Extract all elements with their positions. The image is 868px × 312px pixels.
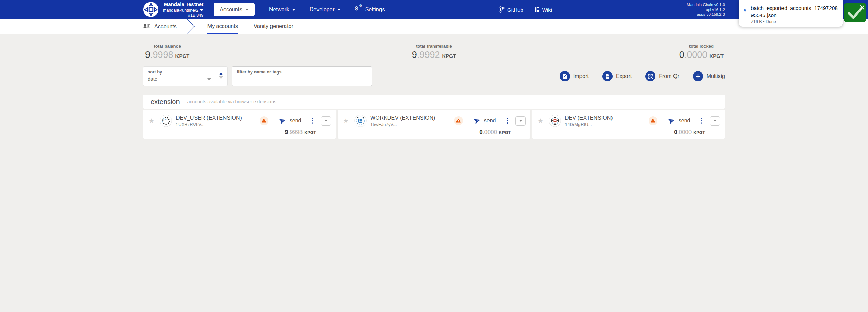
github-link[interactable]: GitHub	[499, 6, 523, 13]
sort-direction-toggle[interactable]	[219, 72, 223, 79]
account-identicon[interactable]	[549, 115, 561, 127]
chevron-down-icon	[245, 9, 249, 11]
account-identicon[interactable]	[354, 115, 367, 127]
expand-row-button[interactable]	[321, 116, 331, 126]
total-locked: total locked 0.0000KPGT	[679, 44, 724, 61]
chevron-down-icon	[713, 120, 717, 122]
account-menu-button[interactable]	[506, 117, 510, 125]
breadcrumb-chevron-icon	[186, 19, 196, 34]
export-button[interactable]: Export	[602, 71, 632, 81]
chevron-down-icon	[337, 9, 341, 11]
multisig-button[interactable]: Multisig	[693, 71, 725, 81]
sort-by-label: sort by	[148, 69, 223, 75]
account-address: 14DrMgRtU...	[565, 122, 613, 127]
send-button[interactable]: send	[279, 117, 301, 124]
account-menu-button[interactable]	[311, 117, 315, 125]
nav-menu-accounts[interactable]: Accounts	[214, 3, 255, 16]
section-subtitle: accounts available via browser extension…	[187, 99, 276, 104]
account-balance: 0.0000KPGT	[343, 129, 526, 136]
account-name: DEV (EXTENSION)	[565, 115, 613, 121]
sort-asc-icon	[219, 72, 223, 75]
tab-vanity-generator[interactable]: Vanity generator	[254, 19, 293, 34]
api-version: api v16.1.2	[687, 7, 725, 12]
book-icon	[535, 7, 540, 12]
plus-icon	[693, 71, 703, 81]
chevron-down-icon	[292, 9, 295, 11]
warning-badge[interactable]	[454, 116, 463, 125]
mandala-logo-icon	[143, 2, 159, 17]
expand-row-button[interactable]	[515, 116, 526, 126]
download-complete-badge[interactable]	[844, 3, 866, 22]
top-nav-bar: Mandala Testnet mandala-runtime/2 #18,84…	[0, 0, 868, 19]
account-balance: 9.9998KPGT	[149, 129, 331, 136]
git-branch-icon	[499, 6, 505, 13]
best-block-number: #18,849	[163, 13, 203, 18]
total-balance: total balance 9.9998KPGT	[145, 44, 189, 61]
send-button[interactable]: send	[474, 117, 496, 124]
version-info: Mandala Chain v0.1.0 api v16.1.2 apps v0…	[687, 0, 725, 19]
breadcrumb-accounts[interactable]: Accounts	[143, 19, 177, 34]
warning-triangle-icon	[650, 118, 655, 123]
filter-input[interactable]	[237, 76, 367, 81]
section-title: extension	[151, 98, 180, 106]
favorite-star-icon[interactable]: ★	[149, 118, 154, 124]
balance-summary: total balance 9.9998KPGT total transfera…	[143, 44, 725, 62]
account-identicon[interactable]	[160, 115, 172, 127]
favorite-star-icon[interactable]: ★	[343, 118, 349, 124]
chain-name: Mandala Testnet	[163, 2, 203, 7]
wiki-link[interactable]: Wiki	[535, 7, 552, 13]
account-menu-button[interactable]	[700, 117, 704, 125]
account-card: ★ WORKDEV (EXTENSION) 15wFJu7yV...	[338, 110, 530, 139]
sort-desc-icon	[219, 76, 223, 79]
total-transferable: total transferable 9.9992KPGT	[412, 44, 456, 61]
sub-nav-bar: Accounts My accounts Vanity generator	[0, 19, 868, 34]
favorite-star-icon[interactable]: ★	[538, 118, 543, 124]
account-address: 1UXRzRVhV...	[176, 122, 242, 127]
download-status: 716 B • Done	[751, 19, 838, 24]
import-file-icon	[560, 71, 570, 81]
send-button[interactable]: send	[668, 117, 691, 124]
nav-menu-settings[interactable]: ⚙⚙ Settings	[355, 6, 385, 13]
chevron-down-icon	[200, 9, 203, 11]
export-file-icon	[602, 71, 613, 81]
breadcrumb-label: Accounts	[154, 23, 177, 30]
send-icon	[278, 116, 287, 125]
account-address: 15wFJu7yV...	[370, 122, 435, 127]
account-balance: 0.0000KPGT	[538, 129, 720, 136]
warning-badge[interactable]	[260, 116, 268, 125]
chevron-down-icon	[519, 120, 522, 122]
warning-triangle-icon	[456, 118, 461, 123]
account-name: DEV_USER (EXTENSION)	[176, 115, 242, 121]
warning-triangle-icon	[261, 118, 266, 123]
json-file-icon	[744, 5, 746, 15]
apps-version: apps v0.158.2-3	[687, 12, 725, 17]
account-name: WORKDEV (EXTENSION)	[370, 115, 435, 121]
tab-my-accounts[interactable]: My accounts	[207, 19, 238, 34]
nav-menu-developer[interactable]: Developer	[310, 6, 341, 13]
send-icon	[667, 116, 676, 125]
download-filename: batch_exported_accounts_17497208 95545.j…	[751, 4, 838, 19]
warning-badge[interactable]	[649, 116, 657, 125]
gear-icon: ⚙⚙	[355, 6, 362, 13]
from-qr-button[interactable]: From Qr	[645, 71, 679, 81]
download-notification[interactable]: batch_exported_accounts_17497208 95545.j…	[739, 0, 843, 27]
runtime-selector[interactable]: mandala-runtime/2	[163, 8, 203, 13]
filter-field[interactable]: filter by name or tags	[232, 66, 372, 86]
account-card: ★ DEV (EXTENSION) 14DrMgRtU...	[532, 110, 725, 139]
chain-version: Mandala Chain v0.1.0	[687, 2, 725, 7]
users-icon	[143, 23, 151, 29]
filter-label: filter by name or tags	[237, 69, 367, 75]
extension-section-header: extension accounts available via browser…	[143, 95, 725, 109]
account-card: ★ DEV_USER (EXTENSION) 1UXRzRVhV...	[143, 110, 336, 139]
expand-row-button[interactable]	[710, 116, 720, 126]
import-button[interactable]: Import	[560, 71, 589, 81]
send-icon	[473, 116, 481, 125]
qr-code-icon	[645, 71, 655, 81]
sort-by-value[interactable]: date	[148, 76, 223, 82]
chain-info: Mandala Testnet mandala-runtime/2 #18,84…	[163, 2, 203, 18]
nav-menu-network[interactable]: Network	[269, 6, 295, 13]
sort-by-dropdown[interactable]: sort by date	[143, 66, 228, 86]
chevron-down-icon	[324, 120, 328, 122]
chevron-down-icon	[207, 78, 211, 80]
